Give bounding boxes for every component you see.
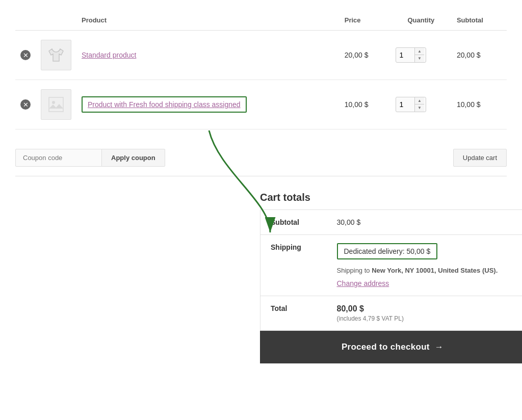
totals-table: Subtotal 30,00 $ Shipping Dedicated deli… (260, 209, 522, 331)
shipping-method-box: Dedicated delivery: 50,00 $ (337, 243, 438, 259)
svg-point-1 (52, 101, 55, 104)
col-header-subtotal: Subtotal (452, 10, 507, 31)
total-row: Total 80,00 $ (includes 4,79 $ VAT PL) (260, 296, 523, 331)
total-label: Total (260, 296, 327, 331)
coupon-input[interactable] (15, 149, 102, 167)
subtotal-row: Subtotal 30,00 $ (260, 210, 523, 235)
apply-coupon-button[interactable]: Apply coupon (102, 149, 165, 167)
coupon-row: Apply coupon Update cart (15, 140, 507, 176)
col-header-thumb (36, 10, 76, 31)
qty-up-row1[interactable]: ▲ (415, 48, 424, 55)
qty-down-row2[interactable]: ▼ (415, 104, 424, 112)
checkout-arrow: → (435, 342, 443, 352)
quantity-stepper-row2[interactable]: ▲ ▼ (396, 97, 426, 112)
quantity-input-row2[interactable] (396, 98, 414, 111)
product-thumbnail (41, 40, 71, 70)
col-header-product: Product (76, 10, 340, 31)
subtotal-cell-row1: 20,00 $ (452, 31, 507, 80)
subtotal-label: Subtotal (260, 210, 327, 235)
cart-totals-title: Cart totals (260, 192, 522, 203)
price-cell-row2: 10,00 $ (340, 80, 390, 129)
coupon-section: Apply coupon (15, 149, 165, 167)
svg-rect-0 (49, 97, 63, 112)
qty-up-row2[interactable]: ▲ (415, 97, 424, 104)
remove-item-button[interactable]: ✕ (20, 50, 31, 60)
shipping-value: Dedicated delivery: 50,00 $ Shipping to … (327, 235, 523, 296)
shipping-to-prefix: Shipping to (337, 267, 372, 274)
shipping-note: Shipping to New York, NY 10001, United S… (337, 267, 515, 274)
col-header-price: Price (340, 10, 390, 31)
col-header-remove (15, 10, 36, 31)
update-cart-button[interactable]: Update cart (453, 149, 507, 167)
change-address-link[interactable]: Change address (337, 279, 515, 287)
total-value-cell: 80,00 $ (includes 4,79 $ VAT PL) (327, 296, 523, 331)
quantity-input-row1[interactable] (396, 49, 414, 61)
table-row: ✕ Standard product 20,00 $ (15, 31, 507, 80)
subtotal-cell-row2: 10,00 $ (452, 80, 507, 129)
qty-down-row1[interactable]: ▼ (415, 55, 424, 62)
checkout-button-wrap: Proceed to checkout → (260, 331, 522, 363)
subtotal-value: 30,00 $ (327, 210, 523, 235)
shipping-address: New York, NY 10001, United States (US). (372, 267, 498, 274)
proceed-to-checkout-button[interactable]: Proceed to checkout → (260, 331, 522, 363)
col-header-quantity: Quantity (390, 10, 452, 31)
remove-item-button-2[interactable]: ✕ (20, 99, 31, 110)
product-link-row1[interactable]: Standard product (82, 51, 136, 59)
cart-totals-section: Cart totals Subtotal 30,00 $ Shipping De… (15, 192, 507, 363)
checkout-label: Proceed to checkout (342, 342, 430, 352)
cart-table: Product Price Quantity Subtotal ✕ (15, 10, 507, 129)
shipping-row: Shipping Dedicated delivery: 50,00 $ Shi… (260, 235, 523, 296)
total-amount: 80,00 $ (337, 304, 515, 313)
product-thumbnail-2 (41, 89, 71, 120)
product-link-row2[interactable]: Product with Fresh food shipping class a… (82, 96, 247, 113)
table-row: ✕ Product with Fresh f (15, 80, 507, 129)
quantity-stepper-row1[interactable]: ▲ ▼ (396, 47, 426, 63)
vat-note: (includes 4,79 $ VAT PL) (337, 315, 515, 322)
shipping-label: Shipping (260, 235, 327, 296)
price-cell-row1: 20,00 $ (340, 31, 390, 80)
